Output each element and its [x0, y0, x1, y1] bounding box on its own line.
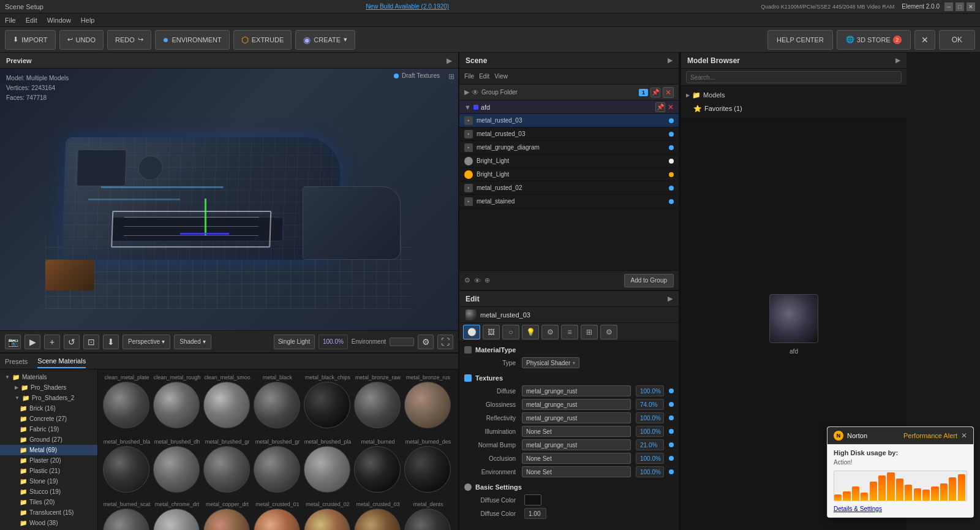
sidebar-item-plastic[interactable]: 📁 Plastic (21): [0, 466, 97, 476]
settings-icon[interactable]: ⚙: [418, 335, 434, 349]
gloss-tex-value[interactable]: metal_grunge_rust: [522, 399, 631, 410]
play-icon[interactable]: ▶: [24, 335, 40, 349]
occl-tex-value[interactable]: None Set: [522, 453, 631, 464]
mat-item-brushed-pla[interactable]: [304, 446, 352, 493]
menu-window[interactable]: Window: [47, 17, 71, 24]
mat-tab-light[interactable]: 💡: [522, 325, 539, 339]
model-search-input[interactable]: [686, 71, 902, 83]
mat-type-select[interactable]: Physical Shader ▾: [522, 357, 579, 368]
light-preset-select[interactable]: Single Light: [274, 335, 315, 349]
scene-item-metal-stained[interactable]: ▪ metal_stained: [459, 195, 679, 208]
mat-item-burned[interactable]: [354, 446, 402, 493]
sidebar-item-stone[interactable]: 📁 Stone (19): [0, 476, 97, 486]
menu-edit[interactable]: Edit: [26, 17, 37, 24]
mat-item-crusted-03[interactable]: [354, 509, 402, 530]
occl-tex-pct[interactable]: 100.0%: [636, 453, 664, 464]
mat-item-crusted-01[interactable]: [254, 509, 301, 530]
mat-item-metal-bronze-raw[interactable]: [354, 382, 402, 430]
import-button[interactable]: ⬇ IMPORT: [5, 30, 56, 50]
pin-icon[interactable]: 📌: [650, 88, 660, 97]
reflect-tex-value[interactable]: metal_grunge_rust: [522, 412, 631, 423]
env-tex-pct[interactable]: 100.0%: [636, 466, 664, 477]
gloss-tex-pct[interactable]: 74.0%: [636, 399, 664, 410]
3d-store-button[interactable]: 🌐 3D STORE 2: [837, 30, 911, 50]
mat-tab-sphere[interactable]: ⚪: [463, 325, 480, 339]
add-icon[interactable]: +: [44, 335, 60, 349]
sidebar-item-fabric[interactable]: 📁 Fabric (19): [0, 424, 97, 434]
sidebar-item-tiles[interactable]: 📁 Tiles (20): [0, 497, 97, 507]
sidebar-item-brick[interactable]: 📁 Brick (16): [0, 403, 97, 414]
maximize-button[interactable]: □: [956, 2, 964, 11]
scene-expand-icon[interactable]: ▶: [668, 56, 673, 64]
frame-icon[interactable]: ⊡: [83, 335, 99, 349]
extrude-button[interactable]: ⬡ EXTRUDE: [233, 30, 292, 50]
mat-tab-image[interactable]: 🖼: [483, 325, 500, 339]
edit-expand-icon[interactable]: ▶: [668, 295, 673, 303]
scene-close-icon[interactable]: ✕: [663, 87, 674, 98]
scene-item-metal-rusted-02[interactable]: ▪ metal_rusted_02: [459, 181, 679, 195]
menu-help[interactable]: Help: [81, 17, 95, 24]
folder-expand-icon[interactable]: ▶: [464, 88, 469, 96]
mat-item-copper-drt[interactable]: [203, 509, 251, 530]
sidebar-item-materials[interactable]: ▼ 📁 Materials: [0, 372, 97, 382]
mat-tab-grid[interactable]: ⊞: [581, 325, 598, 339]
mb-tree-models[interactable]: ▶ 📁 Models: [681, 88, 907, 102]
scene-item-metal-grunge-diagram[interactable]: ▪ metal_grunge_diagram: [459, 141, 679, 154]
scene-file-menu[interactable]: File: [464, 73, 474, 80]
norton-close-icon[interactable]: ✕: [961, 431, 967, 440]
expand-viewport-icon[interactable]: ▶: [447, 56, 452, 65]
sidebar-item-pro-shaders-2[interactable]: ▼ 📁 Pro_Shaders_2: [0, 393, 97, 403]
scene-add-icon[interactable]: ⊕: [484, 276, 490, 284]
mat-item-brushed-bla[interactable]: [103, 446, 151, 493]
afd-close-icon[interactable]: ✕: [668, 103, 674, 112]
norton-details-link[interactable]: Details & Settings: [834, 505, 882, 512]
diffuse-value[interactable]: 1.00: [524, 508, 546, 519]
scene-vis-icon[interactable]: 👁: [474, 277, 481, 284]
normal-tex-pct[interactable]: 21.0%: [636, 439, 664, 450]
add-to-group-button[interactable]: Add to Group: [624, 274, 674, 287]
mat-item-dents[interactable]: [404, 509, 452, 530]
mat-item-clean-metal-rough[interactable]: [153, 382, 201, 430]
menu-file[interactable]: File: [5, 17, 16, 24]
folder-vis-icon[interactable]: 👁: [472, 88, 479, 97]
mat-item-clean-metal-plate[interactable]: [103, 382, 151, 430]
mat-item-brushed-gr2[interactable]: [254, 446, 301, 493]
scene-item-metal-crusted-03[interactable]: ▪ metal_crusted_03: [459, 127, 679, 141]
mat-tab-gear[interactable]: ⚙: [600, 325, 617, 339]
sidebar-item-ground[interactable]: 📁 Ground (27): [0, 434, 97, 445]
mat-item-clean-metal-smoo[interactable]: [203, 382, 251, 430]
mat-item-brushed-gr1[interactable]: [203, 446, 251, 493]
mb-expand-icon[interactable]: ▶: [895, 56, 900, 64]
close-panel-button[interactable]: ✕: [914, 30, 935, 50]
close-button[interactable]: ✕: [967, 2, 975, 11]
camera-icon[interactable]: 📷: [5, 335, 21, 349]
sidebar-item-pro-shaders[interactable]: ▶ 📁 Pro_Shaders: [0, 382, 97, 393]
mat-item-metal-black-chips[interactable]: [304, 382, 352, 430]
sidebar-item-concrete[interactable]: 📁 Concrete (27): [0, 414, 97, 424]
scene-view-menu[interactable]: View: [494, 73, 508, 80]
tab-presets[interactable]: Presets: [5, 355, 28, 368]
mat-item-chrome-drt[interactable]: [153, 509, 201, 530]
create-button[interactable]: ◉ CREATE ▾: [295, 30, 355, 50]
tab-scene-materials[interactable]: Scene Materials: [37, 355, 86, 368]
mat-item-burned-des[interactable]: [404, 446, 452, 493]
sidebar-item-plaster[interactable]: 📁 Plaster (20): [0, 455, 97, 466]
scene-settings-icon[interactable]: ⚙: [464, 276, 470, 284]
environment-button[interactable]: ● ENVIRONMENT: [155, 30, 230, 50]
sidebar-item-metal[interactable]: 📁 Metal (69): [0, 445, 97, 455]
mat-item-metal-bronze-rus[interactable]: [404, 382, 452, 430]
mat-item-burned-scat[interactable]: [103, 509, 151, 530]
mat-item-crusted-02[interactable]: [304, 509, 352, 530]
mat-tab-layers[interactable]: ≡: [561, 325, 578, 339]
mat-tab-settings[interactable]: ⚙: [541, 325, 559, 339]
ok-button[interactable]: OK: [939, 30, 975, 50]
diffuse-tex-pct[interactable]: 100.0%: [636, 385, 664, 396]
fullscreen-icon[interactable]: ⛶: [437, 335, 453, 349]
sidebar-item-wood[interactable]: 📁 Wood (38): [0, 518, 97, 528]
refresh-icon[interactable]: ↺: [64, 335, 80, 349]
normal-tex-value[interactable]: metal_grunge_rust: [522, 439, 631, 450]
scene-edit-menu[interactable]: Edit: [479, 73, 489, 80]
perspective-select[interactable]: Perspective ▾: [123, 335, 170, 349]
env-tex-value[interactable]: None Set: [522, 466, 631, 477]
arrow-down-icon[interactable]: ⬇: [103, 335, 119, 349]
